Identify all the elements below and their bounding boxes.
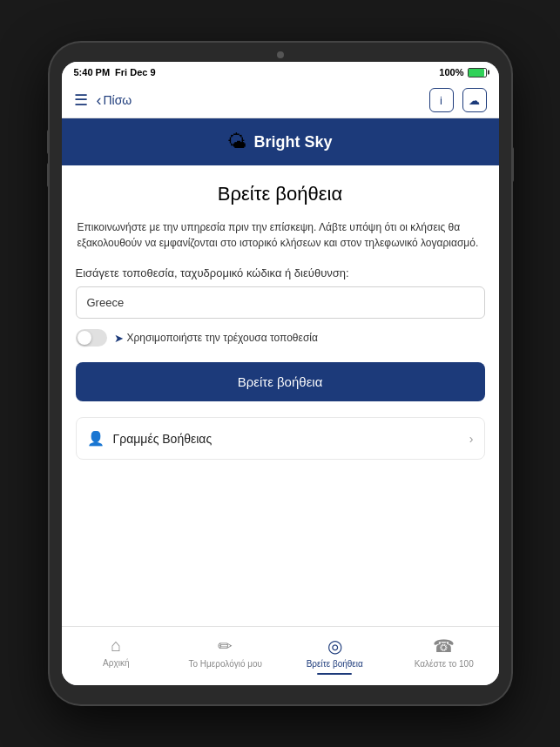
- tab-home-label: Αρχική: [103, 658, 129, 668]
- page-title: Βρείτε βοήθεια: [76, 183, 485, 205]
- battery-indicator: [468, 68, 487, 77]
- status-date: Fri Dec 9: [115, 67, 155, 77]
- back-arrow-icon: ‹: [97, 91, 102, 110]
- tab-diary-label: Το Ημερολόγιό μου: [188, 659, 262, 669]
- helplines-label: Γραμμές Βοήθειας: [113, 432, 213, 446]
- cloud-button[interactable]: ☁: [462, 88, 487, 112]
- location-toggle[interactable]: [76, 329, 107, 347]
- info-button[interactable]: i: [429, 88, 454, 112]
- cloud-icon: ☁: [469, 94, 480, 107]
- find-help-button[interactable]: Βρείτε βοήθεια: [76, 362, 485, 401]
- list-item-left: 👤 Γραμμές Βοήθειας: [87, 430, 213, 447]
- tab-bar: ⌂ Αρχική ✏ Το Ημερολόγιό μου ◎ Βρείτε βο…: [62, 626, 499, 685]
- header-banner: 🌤 Bright Sky: [62, 118, 499, 165]
- logo-text: Bright Sky: [253, 133, 332, 151]
- brand-bold: Sky: [304, 133, 332, 151]
- logo-icon: 🌤: [227, 131, 246, 153]
- chevron-right-icon: ›: [469, 432, 474, 446]
- toggle-row: ➤ Χρησιμοποιήστε την τρέχουσα τοποθεσία: [76, 329, 485, 347]
- info-icon: i: [440, 94, 442, 107]
- tablet-screen: 5:40 PM Fri Dec 9 100% ☰ ‹ Πίσω: [62, 62, 499, 685]
- toggle-thumb: [78, 331, 91, 345]
- volume-buttons: [47, 130, 50, 187]
- brand-regular: Bright: [253, 133, 304, 151]
- back-label: Πίσω: [104, 93, 132, 107]
- call-icon: ☎: [433, 636, 455, 656]
- camera-dot: [277, 51, 284, 58]
- status-bar: 5:40 PM Fri Dec 9 100%: [62, 62, 499, 83]
- hamburger-menu[interactable]: ☰: [74, 91, 88, 110]
- tab-diary[interactable]: ✏ Το Ημερολόγιό μου: [171, 632, 280, 678]
- battery-icon: [468, 68, 487, 77]
- find-help-icon: ◎: [327, 636, 342, 656]
- tablet-frame: 5:40 PM Fri Dec 9 100% ☰ ‹ Πίσω: [50, 43, 511, 704]
- power-button: [511, 147, 514, 182]
- toggle-label: ➤ Χρησιμοποιήστε την τρέχουσα τοποθεσία: [114, 332, 318, 345]
- battery-level: 100%: [439, 67, 463, 77]
- main-content: Βρείτε βοήθεια Επικοινωνήστε με την υπηρ…: [62, 165, 499, 626]
- diary-icon: ✏: [218, 636, 233, 656]
- tab-find-help[interactable]: ◎ Βρείτε βοήθεια: [280, 632, 390, 678]
- tab-active-indicator: [317, 673, 352, 675]
- tab-home[interactable]: ⌂ Αρχική: [62, 632, 172, 678]
- field-label: Εισάγετε τοποθεσία, ταχυδρομικό κώδικα ή…: [76, 266, 485, 279]
- home-icon: ⌂: [111, 636, 121, 656]
- tab-call100-label: Καλέστε το 100: [415, 659, 474, 669]
- status-time: 5:40 PM: [74, 67, 111, 77]
- status-right: 100%: [439, 67, 486, 77]
- info-text: Επικοινωνήστε με την υπηρεσία πριν την ε…: [76, 219, 485, 251]
- toggle-text: Χρησιμοποιήστε την τρέχουσα τοποθεσία: [127, 332, 318, 344]
- helplines-icon: 👤: [87, 430, 105, 447]
- tab-find-help-label: Βρείτε βοήθεια: [307, 659, 363, 669]
- back-button[interactable]: ‹ Πίσω: [97, 91, 429, 110]
- location-arrow-icon: ➤: [114, 332, 124, 345]
- nav-actions: i ☁: [429, 88, 487, 112]
- battery-fill: [469, 69, 484, 77]
- nav-bar: ☰ ‹ Πίσω i ☁: [62, 83, 499, 118]
- status-left: 5:40 PM Fri Dec 9: [74, 67, 156, 77]
- location-input[interactable]: [76, 286, 485, 319]
- helplines-list-item[interactable]: 👤 Γραμμές Βοήθειας ›: [76, 417, 485, 460]
- tab-call100[interactable]: ☎ Καλέστε το 100: [389, 632, 499, 678]
